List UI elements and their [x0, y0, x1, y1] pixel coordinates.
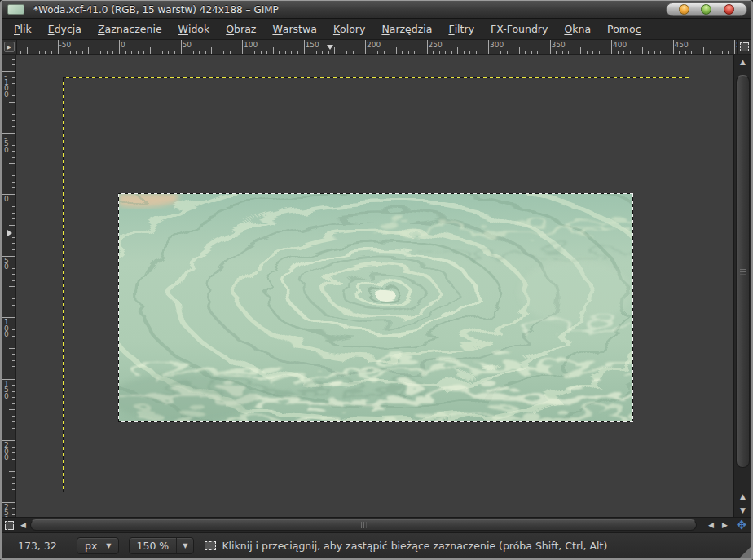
ruler-tick [266, 51, 267, 54]
canvas-viewport[interactable] [16, 55, 733, 517]
scroll-left-icon: ◀ [20, 521, 26, 529]
ruler-tick [12, 434, 15, 434]
ruler-position-marker [327, 45, 333, 50]
ruler-tick [304, 40, 305, 54]
ruler-tick [716, 51, 716, 54]
gimp-window: *Woda.xcf-41.0 (RGB, 15 warstw) 424x188 … [0, 0, 753, 560]
ruler-tick [710, 51, 711, 54]
menu-item-obraz[interactable]: Obraz [218, 19, 264, 39]
ruler-tick [12, 373, 15, 373]
ruler-tick [12, 83, 15, 84]
ruler-label: 300 [490, 41, 504, 49]
horizontal-scroll-thumb[interactable] [30, 519, 697, 531]
menu-item-edycja[interactable]: Edycja [40, 19, 90, 39]
menu-item-plik[interactable]: Plik [6, 19, 40, 39]
ruler-tick [12, 447, 15, 448]
menu-item-filtry[interactable]: Filtry [440, 19, 482, 39]
ruler-label: 1 5 0 [4, 381, 9, 400]
menu-item-zaznaczenie[interactable]: Zaznaczenie [90, 19, 170, 39]
vertical-scrollbar[interactable]: ▲ ▲ ▼ [733, 55, 751, 517]
menu-item-kolory[interactable]: Kolory [325, 19, 374, 39]
ruler-label: 400 [613, 41, 627, 49]
horizontal-scroll-track[interactable] [30, 518, 704, 532]
ruler-tick [568, 51, 569, 54]
ruler-tick [12, 324, 15, 324]
title-bar[interactable]: *Woda.xcf-41.0 (RGB, 15 warstw) 424x188 … [2, 1, 751, 19]
navigation-preview-button[interactable]: ✥ [732, 518, 751, 532]
selection-marching-ants[interactable] [118, 193, 633, 422]
ruler-tick [12, 336, 15, 337]
ruler-label: 50 [183, 41, 192, 49]
ruler-label: 150 [306, 41, 319, 49]
ruler-tick [728, 51, 729, 54]
ruler-tick [12, 182, 15, 183]
ruler-tick [39, 51, 40, 54]
scroll-left-button-right[interactable]: ◀ [704, 518, 718, 532]
ruler-tick [636, 51, 636, 54]
ruler-tick [230, 51, 231, 54]
navigation-cross-icon: ✥ [737, 518, 747, 532]
ruler-tick [273, 47, 274, 54]
ruler-tick [12, 385, 15, 386]
scroll-up-button[interactable]: ▲ [734, 55, 751, 68]
ruler-tick [12, 459, 15, 460]
close-button[interactable] [724, 4, 734, 15]
ruler-tick [575, 51, 575, 54]
ruler-tick [12, 262, 15, 262]
ruler-tick [168, 51, 169, 54]
ruler-tick [174, 51, 175, 54]
ruler-tick [9, 102, 15, 103]
window-resize-grip[interactable] [740, 546, 751, 558]
ruler-tick [193, 51, 194, 54]
ruler-tick [587, 51, 588, 54]
ruler-label: 0 [121, 41, 126, 49]
main-area: - 1 0 0- 5 005 01 0 01 5 02 0 02 5 0 [2, 55, 751, 517]
ruler-label: 2 5 0 [4, 505, 9, 518]
ruler-tick [341, 51, 341, 54]
scroll-down-button[interactable]: ▼ [734, 503, 751, 517]
menu-item-pomoc[interactable]: Pomoc [599, 19, 649, 39]
scroll-thumb-grip-icon [361, 522, 367, 528]
unit-value: px [77, 540, 104, 552]
scroll-left-button[interactable]: ◀ [16, 518, 30, 532]
menu-bar: PlikEdycjaZaznaczenieWidokObrazWarstwaKo… [2, 19, 751, 40]
ruler-tick [33, 51, 33, 54]
vertical-ruler[interactable]: - 1 0 0- 5 005 01 0 01 5 02 0 02 5 0 [2, 55, 16, 517]
ruler-tick [384, 51, 385, 54]
maximize-button[interactable] [701, 4, 711, 15]
ruler-label: 500 [736, 41, 737, 49]
scroll-right-button[interactable]: ▶ [718, 518, 732, 532]
ruler-tick [445, 51, 446, 54]
image-menu-button[interactable]: ▶ [2, 40, 16, 54]
ruler-tick [12, 64, 15, 65]
minimize-button[interactable] [679, 4, 689, 15]
ruler-tick [12, 151, 15, 152]
ruler-tick [556, 51, 557, 54]
horizontal-ruler[interactable]: -50050100150200250300350400450500 [16, 40, 737, 54]
ruler-tick [12, 298, 15, 299]
vertical-scroll-thumb[interactable] [736, 75, 750, 468]
ruler-tick [12, 90, 15, 90]
ruler-tick [544, 51, 544, 54]
ruler-tick [254, 51, 255, 54]
menu-item-widok[interactable]: Widok [170, 19, 218, 39]
ruler-tick [12, 329, 15, 330]
zoom-dropdown[interactable]: 150 % ▼ [129, 537, 195, 554]
ruler-tick [12, 483, 15, 484]
menu-item-narzedzia[interactable]: Narzędzia [373, 19, 440, 39]
ruler-tick [310, 51, 310, 54]
ruler-tick [107, 51, 108, 54]
ruler-tick [12, 354, 15, 355]
menu-item-fx-foundry[interactable]: FX-Foundry [482, 19, 556, 39]
vertical-scroll-track[interactable] [734, 68, 751, 489]
ruler-tick [76, 51, 77, 54]
unit-dropdown[interactable]: px ▼ [77, 537, 119, 554]
ruler-tick [162, 51, 163, 54]
menu-item-warstwa[interactable]: Warstwa [264, 19, 324, 39]
ruler-tick [64, 51, 64, 54]
ruler-tick [51, 51, 52, 54]
menu-item-okna[interactable]: Okna [556, 19, 599, 39]
quick-mask-toggle[interactable] [2, 518, 16, 532]
zoom-follow-window-toggle[interactable] [737, 40, 751, 54]
scroll-up-button-bottom[interactable]: ▲ [734, 489, 751, 503]
